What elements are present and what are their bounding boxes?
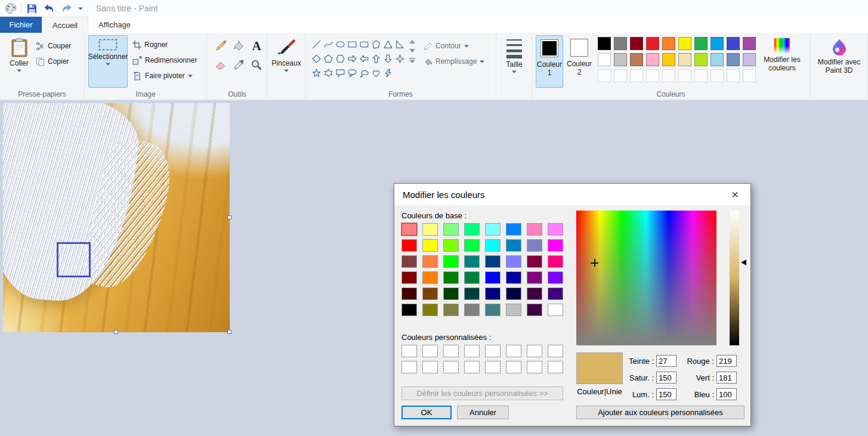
hue-input[interactable]: [656, 355, 677, 367]
palette-swatch[interactable]: [662, 37, 675, 50]
pencil-tool[interactable]: [212, 38, 229, 54]
paint3d-button[interactable]: Modifier avec Paint 3D: [814, 35, 864, 88]
canvas[interactable]: [3, 103, 230, 332]
palette-swatch[interactable]: [743, 37, 756, 50]
custom-color-swatch[interactable]: [401, 345, 417, 357]
luminance-input[interactable]: [656, 388, 677, 400]
basic-color-swatch[interactable]: [443, 239, 459, 252]
basic-color-swatch[interactable]: [527, 239, 542, 252]
palette-empty-slot[interactable]: [598, 69, 611, 82]
palette-swatch[interactable]: [630, 37, 643, 50]
shape-arrow-right[interactable]: [346, 51, 358, 66]
shape-diamond[interactable]: [310, 51, 322, 66]
palette-swatch[interactable]: [646, 37, 659, 50]
hue-saturation-field[interactable]: [576, 211, 716, 345]
basic-color-swatch[interactable]: [401, 239, 417, 252]
basic-color-swatch[interactable]: [485, 239, 501, 252]
basic-color-swatch[interactable]: [443, 271, 459, 284]
palette-swatch[interactable]: [662, 53, 675, 66]
palette-swatch[interactable]: [678, 53, 691, 66]
palette-swatch[interactable]: [694, 37, 708, 50]
shape-callout-cloud[interactable]: [358, 66, 370, 80]
redo-button[interactable]: [59, 2, 73, 15]
shape-heart[interactable]: [370, 66, 382, 80]
copy-button[interactable]: Copier: [36, 55, 69, 68]
basic-color-swatch[interactable]: [443, 223, 459, 236]
palette-swatch[interactable]: [598, 53, 611, 66]
custom-color-swatch[interactable]: [485, 361, 501, 373]
shape-star-6[interactable]: [322, 66, 334, 80]
edit-colors-button[interactable]: Modifier les couleurs: [758, 35, 807, 88]
save-button[interactable]: [24, 2, 39, 15]
basic-color-swatch[interactable]: [464, 287, 480, 300]
basic-color-swatch[interactable]: [548, 287, 563, 300]
rotate-button[interactable]: Faire pivoter: [132, 69, 193, 82]
brushes-button[interactable]: Pinceaux: [270, 35, 303, 88]
basic-color-swatch[interactable]: [485, 304, 501, 316]
palette-empty-slot[interactable]: [678, 69, 691, 82]
palette-empty-slot[interactable]: [727, 69, 740, 82]
size-button[interactable]: Taille: [501, 35, 528, 88]
palette-empty-slot[interactable]: [743, 69, 756, 82]
basic-color-swatch[interactable]: [464, 239, 480, 252]
shape-arrow-down[interactable]: [382, 51, 394, 66]
basic-color-swatch[interactable]: [422, 304, 438, 316]
palette-swatch[interactable]: [727, 53, 740, 66]
text-tool[interactable]: A: [248, 38, 265, 54]
custom-color-swatch[interactable]: [443, 345, 459, 357]
shapes-more-icon[interactable]: [409, 58, 415, 63]
basic-color-swatch[interactable]: [527, 255, 542, 268]
fill-dropdown[interactable]: Remplissage: [424, 55, 484, 68]
basic-color-swatch[interactable]: [422, 255, 438, 268]
undo-button[interactable]: [42, 2, 56, 15]
basic-color-swatch[interactable]: [527, 271, 542, 284]
palette-empty-slot[interactable]: [662, 69, 675, 82]
basic-color-swatch[interactable]: [422, 223, 438, 236]
basic-color-swatch[interactable]: [527, 287, 542, 300]
custom-color-swatch[interactable]: [422, 345, 438, 357]
palette-swatch[interactable]: [614, 53, 627, 66]
palette-swatch[interactable]: [743, 53, 756, 66]
palette-swatch[interactable]: [694, 53, 708, 66]
basic-color-swatch[interactable]: [422, 287, 438, 300]
basic-color-swatch[interactable]: [422, 271, 438, 284]
color-crosshair[interactable]: [591, 259, 598, 267]
basic-color-swatch[interactable]: [548, 223, 563, 236]
custom-color-swatch[interactable]: [548, 361, 563, 373]
basic-color-swatch[interactable]: [401, 223, 417, 236]
eraser-tool[interactable]: [212, 57, 229, 73]
basic-color-swatch[interactable]: [464, 304, 480, 316]
basic-color-swatch[interactable]: [506, 239, 521, 252]
basic-color-swatch[interactable]: [443, 287, 459, 300]
basic-color-swatch[interactable]: [422, 239, 438, 252]
resize-button[interactable]: Redimensionner: [132, 54, 197, 67]
palette-swatch[interactable]: [598, 37, 611, 50]
shape-line[interactable]: [310, 37, 322, 51]
basic-color-swatch[interactable]: [485, 287, 501, 300]
paste-button[interactable]: Coller: [5, 35, 33, 88]
shape-star-5[interactable]: [310, 66, 322, 80]
quick-access-dropdown-icon[interactable]: [76, 2, 85, 15]
crop-button[interactable]: Rogner: [132, 38, 168, 51]
basic-color-swatch[interactable]: [485, 271, 501, 284]
custom-color-swatch[interactable]: [506, 345, 521, 357]
shape-rounded-rectangle[interactable]: [358, 37, 370, 51]
basic-color-swatch[interactable]: [506, 271, 521, 284]
palette-empty-slot[interactable]: [646, 69, 659, 82]
basic-color-swatch[interactable]: [443, 304, 459, 316]
palette-empty-slot[interactable]: [711, 69, 724, 82]
custom-color-swatch[interactable]: [506, 361, 521, 373]
custom-color-swatch[interactable]: [464, 361, 480, 373]
basic-color-swatch[interactable]: [464, 271, 480, 284]
basic-color-swatch[interactable]: [548, 255, 563, 268]
tab-accueil[interactable]: Accueil: [42, 17, 88, 33]
green-input[interactable]: [716, 372, 737, 384]
color1-button[interactable]: Couleur 1: [536, 35, 563, 88]
color2-button[interactable]: Couleur 2: [566, 35, 593, 88]
custom-color-swatch[interactable]: [548, 345, 563, 357]
shape-star-4[interactable]: [394, 51, 406, 66]
shape-hexagon[interactable]: [334, 51, 346, 66]
shape-pentagon[interactable]: [322, 51, 334, 66]
cancel-button[interactable]: Annuler: [457, 406, 509, 419]
basic-color-swatch[interactable]: [548, 239, 563, 252]
